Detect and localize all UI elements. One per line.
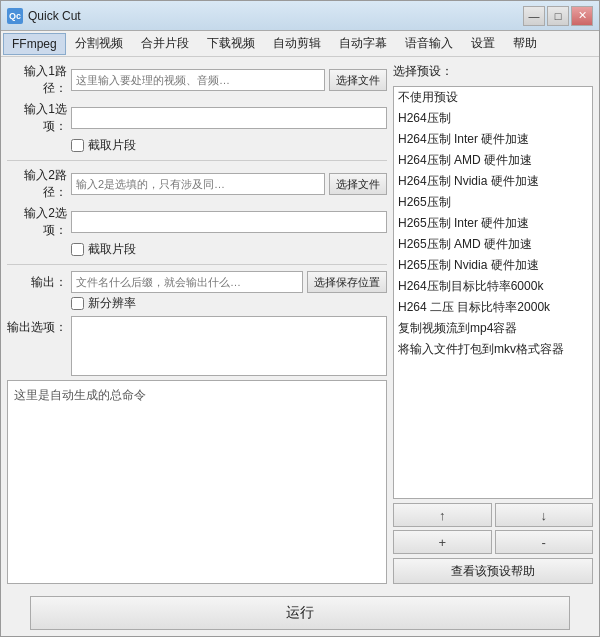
input1-clip-label: 截取片段 <box>88 137 136 154</box>
input2-clip-label: 截取片段 <box>88 241 136 258</box>
menu-settings[interactable]: 设置 <box>462 31 504 56</box>
menu-split[interactable]: 分割视频 <box>66 31 132 56</box>
input2-path-row: 输入2路径： 选择文件 <box>7 167 387 201</box>
preset-list-item[interactable]: 复制视频流到mp4容器 <box>394 318 592 339</box>
preset-list-item[interactable]: H265压制 AMD 硬件加速 <box>394 234 592 255</box>
preset-list-item[interactable]: H264 二压 目标比特率2000k <box>394 297 592 318</box>
input2-options-row: 输入2选项： <box>7 205 387 239</box>
input1-options-group: 输入1选项： 截取片段 <box>7 101 387 154</box>
input1-path-group: 输入1路径： 选择文件 <box>7 63 387 97</box>
main-window: Qc Quick Cut — □ ✕ FFmpeg 分割视频 合并片段 下载视频… <box>0 0 600 637</box>
menu-auto-subtitle[interactable]: 自动字幕 <box>330 31 396 56</box>
output-options-textarea[interactable] <box>71 316 387 376</box>
preset-list-item[interactable]: H265压制 Nvidia 硬件加速 <box>394 255 592 276</box>
input1-select-button[interactable]: 选择文件 <box>329 69 387 91</box>
new-rate-label: 新分辨率 <box>88 295 136 312</box>
input2-path-field[interactable] <box>71 173 325 195</box>
app-icon: Qc <box>7 8 23 24</box>
preset-remove-button[interactable]: - <box>495 530 594 554</box>
output-options-label: 输出选项： <box>7 316 67 336</box>
new-rate-row: 新分辨率 <box>7 295 387 312</box>
input2-options-field[interactable] <box>71 211 387 233</box>
input2-options-group: 输入2选项： 截取片段 <box>7 205 387 258</box>
right-panel: 选择预设： 不使用预设H264压制H264压制 Inter 硬件加速H264压制… <box>393 63 593 584</box>
cmd-placeholder-text: 这里是自动生成的总命令 <box>14 388 146 402</box>
left-panel: 输入1路径： 选择文件 输入1选项： 截取片段 <box>7 63 387 584</box>
menubar: FFmpeg 分割视频 合并片段 下载视频 自动剪辑 自动字幕 语音输入 设置 … <box>1 31 599 57</box>
run-button[interactable]: 运行 <box>30 596 570 630</box>
titlebar-controls: — □ ✕ <box>523 6 593 26</box>
maximize-button[interactable]: □ <box>547 6 569 26</box>
menu-speech-input[interactable]: 语音输入 <box>396 31 462 56</box>
preset-list-item[interactable]: 不使用预设 <box>394 87 592 108</box>
input2-clip-row: 截取片段 <box>7 241 387 258</box>
preset-list[interactable]: 不使用预设H264压制H264压制 Inter 硬件加速H264压制 AMD 硬… <box>393 86 593 499</box>
preset-buttons: ↑ ↓ + - <box>393 503 593 554</box>
preset-list-item[interactable]: H264压制 Inter 硬件加速 <box>394 129 592 150</box>
window-title: Quick Cut <box>28 9 523 23</box>
input1-path-field[interactable] <box>71 69 325 91</box>
cmd-area: 这里是自动生成的总命令 <box>7 380 387 584</box>
input2-path-label: 输入2路径： <box>7 167 67 201</box>
input1-options-row: 输入1选项： <box>7 101 387 135</box>
menu-download[interactable]: 下载视频 <box>198 31 264 56</box>
output-row: 输出： 选择保存位置 <box>7 271 387 293</box>
preset-label: 选择预设： <box>393 63 593 80</box>
cmd-area-container: 这里是自动生成的总命令 <box>7 380 387 584</box>
input2-path-group: 输入2路径： 选择文件 <box>7 167 387 201</box>
input2-clip-checkbox[interactable] <box>71 243 84 256</box>
preset-list-item[interactable]: 将输入文件打包到mkv格式容器 <box>394 339 592 360</box>
preset-list-item[interactable]: H264压制 AMD 硬件加速 <box>394 150 592 171</box>
input1-options-field[interactable] <box>71 107 387 129</box>
input1-clip-checkbox[interactable] <box>71 139 84 152</box>
menu-merge[interactable]: 合并片段 <box>132 31 198 56</box>
minimize-button[interactable]: — <box>523 6 545 26</box>
divider2 <box>7 264 387 265</box>
output-options-group: 输出选项： <box>7 316 387 376</box>
menu-help[interactable]: 帮助 <box>504 31 546 56</box>
input2-options-label: 输入2选项： <box>7 205 67 239</box>
input1-path-label: 输入1路径： <box>7 63 67 97</box>
titlebar: Qc Quick Cut — □ ✕ <box>1 1 599 31</box>
preset-list-item[interactable]: H265压制 <box>394 192 592 213</box>
output-select-button[interactable]: 选择保存位置 <box>307 271 387 293</box>
preset-down-button[interactable]: ↓ <box>495 503 594 527</box>
input1-clip-row: 截取片段 <box>7 137 387 154</box>
menu-auto-cut[interactable]: 自动剪辑 <box>264 31 330 56</box>
preset-list-item[interactable]: H265压制 Inter 硬件加速 <box>394 213 592 234</box>
preset-list-item[interactable]: H264压制 Nvidia 硬件加速 <box>394 171 592 192</box>
menu-ffmpeg[interactable]: FFmpeg <box>3 33 66 55</box>
new-rate-checkbox[interactable] <box>71 297 84 310</box>
input2-select-button[interactable]: 选择文件 <box>329 173 387 195</box>
preset-help-button[interactable]: 查看该预设帮助 <box>393 558 593 584</box>
preset-list-item[interactable]: H264压制 <box>394 108 592 129</box>
main-content: 输入1路径： 选择文件 输入1选项： 截取片段 <box>1 57 599 590</box>
close-button[interactable]: ✕ <box>571 6 593 26</box>
run-bar: 运行 <box>1 590 599 636</box>
output-label: 输出： <box>7 274 67 291</box>
input1-options-label: 输入1选项： <box>7 101 67 135</box>
input1-path-row: 输入1路径： 选择文件 <box>7 63 387 97</box>
output-field[interactable] <box>71 271 303 293</box>
output-options-row: 输出选项： <box>7 316 387 376</box>
preset-list-item[interactable]: H264压制目标比特率6000k <box>394 276 592 297</box>
preset-up-button[interactable]: ↑ <box>393 503 492 527</box>
output-group: 输出： 选择保存位置 新分辨率 <box>7 271 387 312</box>
preset-add-button[interactable]: + <box>393 530 492 554</box>
divider1 <box>7 160 387 161</box>
